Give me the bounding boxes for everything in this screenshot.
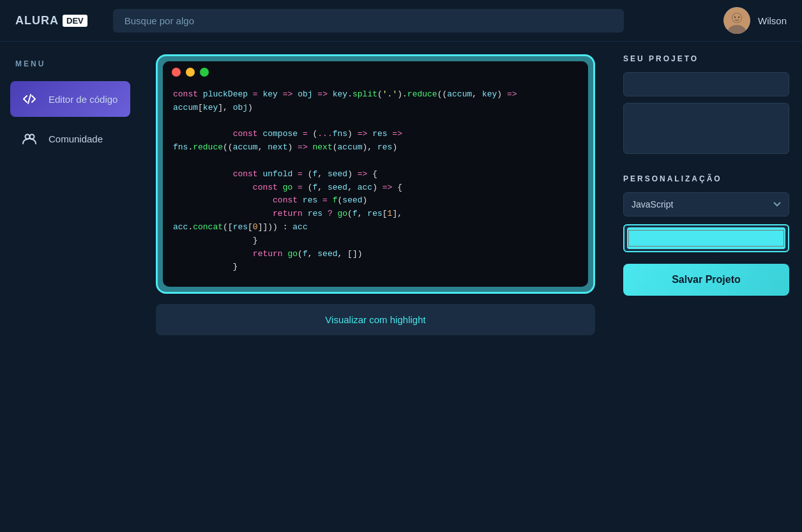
avatar-image <box>723 7 750 34</box>
username-label: Wilson <box>758 15 787 26</box>
window-minimize-dot[interactable] <box>186 68 195 77</box>
sidebar-menu-label: MENU <box>10 59 130 68</box>
content-area: const pluckDeep = key => obj => key.spli… <box>140 42 610 532</box>
window-close-dot[interactable] <box>172 68 181 77</box>
sidebar-item-editor[interactable]: Editor de código <box>10 81 130 117</box>
search-input[interactable] <box>113 9 624 33</box>
personalizacao-title: PERSONALIZAÇÃO <box>623 174 789 183</box>
save-project-button[interactable]: Salvar Projeto <box>623 264 789 296</box>
logo-alura-text: ALURA <box>15 14 59 27</box>
svg-point-3 <box>732 13 741 22</box>
project-desc-textarea[interactable] <box>623 103 789 154</box>
community-icon <box>19 128 40 149</box>
code-window-wrapper: const pluckDeep = key => obj => key.spli… <box>156 54 595 294</box>
avatar <box>723 7 750 34</box>
project-name-input[interactable] <box>623 72 789 96</box>
sidebar: MENU Editor de código <box>0 42 140 532</box>
main-layout: MENU Editor de código <box>0 42 802 532</box>
sidebar-editor-label: Editor de código <box>49 94 117 105</box>
personalization-section: PERSONALIZAÇÃO JavaScript Python TypeScr… <box>623 174 789 296</box>
sidebar-comunidade-label: Comunidade <box>49 133 103 144</box>
code-content[interactable]: const pluckDeep = key => obj => key.spli… <box>163 82 588 287</box>
header: ALURA DEV Wilson <box>0 0 802 42</box>
user-info: Wilson <box>723 7 787 34</box>
svg-line-6 <box>28 95 31 103</box>
logo: ALURA DEV <box>15 14 87 27</box>
logo-dev-badge: DEV <box>63 15 87 27</box>
svg-point-4 <box>734 17 736 18</box>
svg-point-5 <box>738 17 739 18</box>
code-icon <box>19 89 40 109</box>
language-select[interactable]: JavaScript Python TypeScript HTML CSS <box>623 192 789 217</box>
highlight-button[interactable]: Visualizar com highlight <box>156 304 595 335</box>
window-maximize-dot[interactable] <box>200 68 209 77</box>
seu-projeto-title: SEU PROJETO <box>623 54 789 63</box>
color-input-wrapper <box>623 224 789 252</box>
color-input[interactable] <box>627 227 785 249</box>
window-controls <box>163 61 588 82</box>
right-panel: SEU PROJETO PERSONALIZAÇÃO JavaScript Py… <box>610 42 802 532</box>
sidebar-item-comunidade[interactable]: Comunidade <box>10 121 130 156</box>
code-window: const pluckDeep = key => obj => key.spli… <box>163 61 588 287</box>
